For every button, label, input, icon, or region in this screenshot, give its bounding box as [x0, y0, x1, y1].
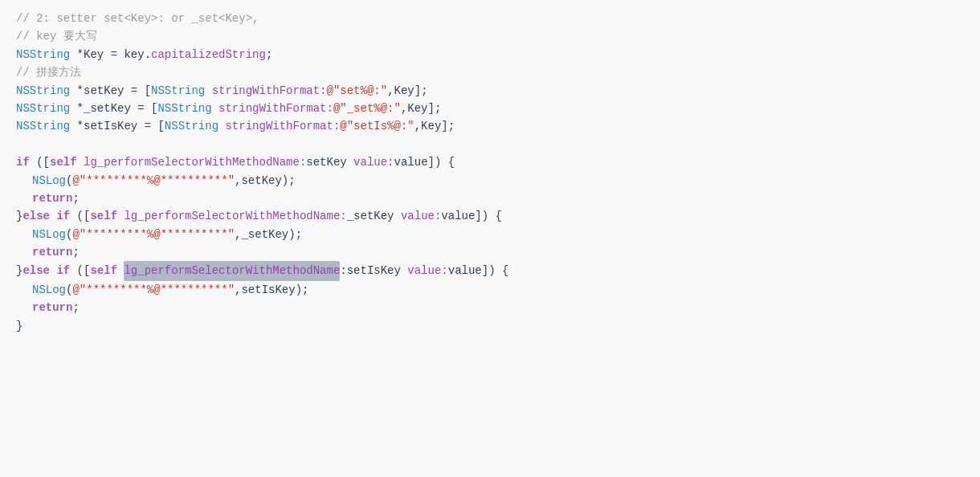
code-token: NSString [16, 46, 70, 63]
code-token: @"setIs%@:" [340, 117, 414, 135]
code-token: ( [66, 281, 72, 299]
code-token: else if [22, 207, 70, 225]
code-token: stringWithFormat: [212, 82, 327, 100]
code-token: NSString [16, 82, 70, 100]
code-line-4: // 拼接方法 [0, 63, 980, 81]
code-token: @"set%@:" [327, 82, 388, 100]
code-token: *setIsKey = [ [70, 117, 165, 135]
code-line-16: NSLog(@"*********%@**********",setIsKey)… [0, 281, 980, 299]
code-token: value]) { [448, 262, 509, 279]
code-token: NSString [16, 100, 70, 117]
code-token: lg_performSelectorWithMethodName: [84, 153, 306, 171]
code-token [205, 82, 211, 100]
code-token: ,setIsKey); [235, 281, 308, 299]
code-token: :setIsKey [340, 262, 407, 279]
code-token: ( [66, 172, 72, 190]
code-token [218, 117, 225, 135]
code-token [16, 136, 22, 153]
code-token: } [16, 317, 22, 335]
code-line-2: // key 要大写 [0, 27, 980, 45]
code-token: setKey [306, 153, 353, 171]
code-token: NSString [16, 117, 70, 135]
code-token: value]) { [441, 207, 502, 225]
code-token: ; [72, 243, 79, 261]
code-token: self [90, 262, 117, 279]
code-token: else if [22, 262, 70, 279]
code-token: self [90, 207, 117, 225]
code-token: value]) { [394, 153, 455, 171]
code-token: lg_performSelectorWithMethodName: [124, 207, 346, 225]
code-token: @"*********%@**********" [72, 226, 235, 243]
code-token: _setKey [347, 207, 401, 225]
code-token [117, 207, 124, 225]
code-token: @"*********%@**********" [72, 172, 235, 190]
code-line-18: } [0, 317, 980, 335]
code-line-15: }else if ([self lg_performSelectorWithMe… [0, 261, 980, 280]
code-token: @"*********%@**********" [72, 281, 235, 299]
code-token: // key 要大写 [16, 27, 97, 45]
code-line-6: NSString *_setKey = [NSString stringWith… [0, 100, 980, 117]
code-token: @"_set%@:" [333, 100, 401, 117]
code-token: capitalizedString [151, 46, 266, 63]
code-token: ; [72, 190, 79, 207]
code-token: NSLog [32, 172, 66, 190]
code-token: return [32, 243, 72, 261]
code-line-12: }else if ([self lg_performSelectorWithMe… [0, 207, 980, 225]
code-token: value: [353, 153, 394, 171]
code-token-highlighted: lg_performSelectorWithMethodName [124, 261, 340, 280]
code-token: NSLog [32, 281, 66, 299]
code-line-17: return; [0, 299, 980, 316]
code-token: ,setKey); [235, 172, 296, 190]
code-token: NSString [151, 82, 205, 100]
code-token: // 2: setter set<Key>: or _set<Key>, [16, 10, 259, 27]
code-line-14: return; [0, 243, 980, 261]
code-token: } [16, 262, 22, 279]
code-token: ([ [70, 207, 90, 225]
code-token [212, 100, 218, 117]
code-line-1: // 2: setter set<Key>: or _set<Key>, [0, 10, 980, 27]
code-editor: // 2: setter set<Key>: or _set<Key>, // … [0, 0, 980, 477]
code-line-11: return; [0, 190, 980, 207]
code-token: ([ [70, 262, 90, 279]
code-token: self [50, 153, 77, 171]
code-token: *_setKey = [ [70, 100, 157, 117]
code-token: } [16, 207, 22, 225]
code-token: value: [407, 262, 447, 279]
code-token: ,Key]; [401, 100, 441, 117]
code-token: return [32, 190, 72, 207]
code-token: stringWithFormat: [218, 100, 333, 117]
code-line-3: NSString *Key = key.capitalizedString; [0, 46, 980, 63]
code-token: return [32, 299, 72, 316]
code-token: NSString [165, 117, 218, 135]
code-token: ([ [30, 153, 50, 171]
code-token [117, 262, 124, 279]
code-token: *setKey = [ [70, 82, 151, 100]
code-token: ,Key]; [387, 82, 427, 100]
code-token: // 拼接方法 [16, 63, 81, 81]
code-line-9: if ([self lg_performSelectorWithMethodNa… [0, 153, 980, 171]
code-line-10: NSLog(@"*********%@**********",setKey); [0, 172, 980, 190]
code-token [77, 153, 84, 171]
code-token: ( [66, 226, 72, 243]
code-token: ; [266, 46, 272, 63]
code-line-8 [0, 136, 980, 153]
code-token: ; [72, 299, 79, 316]
code-token: ,Key]; [414, 117, 455, 135]
code-line-7: NSString *setIsKey = [NSString stringWit… [0, 117, 980, 135]
code-line-5: NSString *setKey = [NSString stringWithF… [0, 82, 980, 100]
code-token: NSString [157, 100, 211, 117]
code-token: ,_setKey); [235, 226, 302, 243]
code-line-13: NSLog(@"*********%@**********",_setKey); [0, 226, 980, 243]
code-token: value: [401, 207, 441, 225]
code-token: if [16, 153, 30, 171]
code-token: stringWithFormat: [225, 117, 340, 135]
code-token: NSLog [32, 226, 66, 243]
code-token: *Key = key. [70, 46, 151, 63]
